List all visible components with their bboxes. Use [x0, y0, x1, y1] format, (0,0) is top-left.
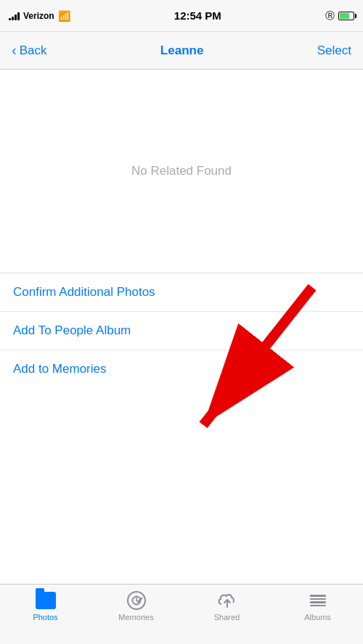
tab-bar: Photos Memories Shared — [0, 584, 363, 644]
chevron-left-icon: ‹ — [12, 42, 17, 59]
list-icon — [310, 595, 326, 606]
tab-memories[interactable]: Memories — [104, 590, 169, 622]
photos-icon — [36, 590, 56, 611]
carrier-label: Verizon — [23, 11, 54, 21]
back-button[interactable]: ‹ Back — [12, 42, 46, 59]
status-bar: Verizon 📶 12:54 PM Ⓡ — [0, 0, 363, 32]
tab-shared[interactable]: Shared — [195, 590, 260, 622]
svg-line-4 — [136, 600, 139, 602]
add-to-people-album-item[interactable]: Add To People Album — [0, 312, 363, 350]
page-title: Leanne — [160, 44, 204, 58]
menu-section: Confirm Additional Photos Add To People … — [0, 273, 363, 388]
battery-icon — [338, 12, 354, 20]
content-area: No Related Found Confirm Additional Phot… — [0, 70, 363, 388]
albums-icon — [308, 590, 328, 611]
back-label: Back — [20, 44, 47, 58]
confirm-additional-photos-item[interactable]: Confirm Additional Photos — [0, 273, 363, 312]
tab-photos-label: Photos — [33, 613, 57, 622]
select-button[interactable]: Select — [317, 44, 351, 58]
tab-albums-label: Albums — [304, 613, 331, 622]
tab-photos[interactable]: Photos — [13, 590, 78, 622]
screen-rotation-icon: Ⓡ — [325, 9, 335, 22]
no-related-text: No Related Found — [131, 164, 232, 178]
add-to-memories-item[interactable]: Add to Memories — [0, 350, 363, 388]
status-left: Verizon 📶 — [9, 10, 70, 22]
shared-icon — [217, 590, 237, 611]
status-time: 12:54 PM — [174, 9, 221, 22]
clock-rotate-icon — [127, 591, 146, 610]
nav-bar: ‹ Back Leanne Select — [0, 32, 363, 70]
battery-indicator — [338, 12, 354, 20]
battery-fill — [340, 13, 350, 19]
tab-shared-label: Shared — [214, 613, 240, 622]
memories-icon — [126, 590, 147, 611]
status-right: Ⓡ — [325, 9, 354, 22]
tab-memories-label: Memories — [118, 613, 153, 622]
no-related-section: No Related Found — [0, 70, 363, 273]
wifi-icon: 📶 — [58, 10, 70, 22]
folder-icon — [36, 592, 56, 609]
signal-bars-icon — [9, 12, 20, 20]
tab-albums[interactable]: Albums — [285, 590, 351, 622]
